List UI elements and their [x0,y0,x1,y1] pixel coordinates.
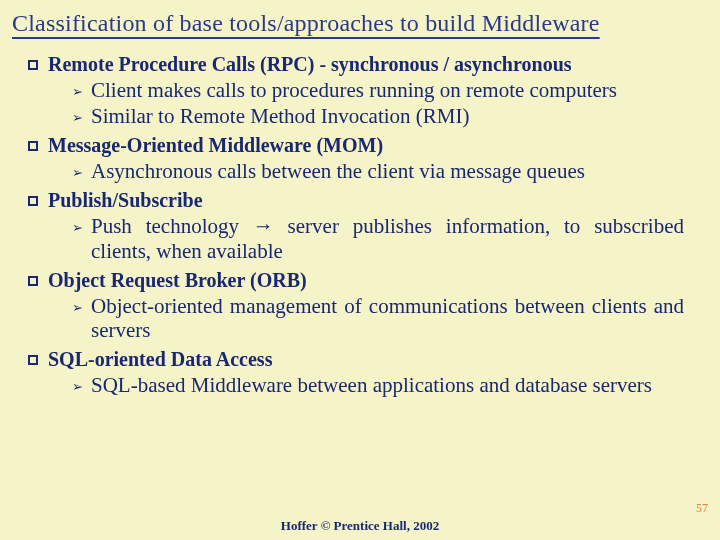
item-label: Object Request Broker (ORB) [48,269,307,292]
footer-copyright: Hoffer © Prentice Hall, 2002 [0,518,720,534]
list-item: Message-Oriented Middleware (MOM) [28,134,700,157]
chevron-icon: ➢ [72,300,83,316]
sub-item: ➢ Similar to Remote Method Invocation (R… [72,104,700,128]
chevron-icon: ➢ [72,379,83,395]
sub-item-text: Object-oriented management of communicat… [91,294,700,342]
item-label: SQL-oriented Data Access [48,348,272,371]
item-label: Message-Oriented Middleware (MOM) [48,134,383,157]
sub-item: ➢ Push technology → server publishes inf… [72,214,700,262]
sub-item-text: Push technology → server publishes infor… [91,214,700,262]
sub-item-text: SQL-based Middleware between application… [91,373,668,397]
slide-body: Remote Procedure Calls (RPC) - synchrono… [0,41,720,397]
sub-item-text: Client makes calls to procedures running… [91,78,633,102]
chevron-icon: ➢ [72,165,83,181]
item-label: Remote Procedure Calls (RPC) - synchrono… [48,53,572,76]
sub-item: ➢ Asynchronous calls between the client … [72,159,700,183]
list-item: Object Request Broker (ORB) [28,269,700,292]
square-bullet-icon [28,355,38,365]
sub-item: ➢ SQL-based Middleware between applicati… [72,373,700,397]
square-bullet-icon [28,60,38,70]
chevron-icon: ➢ [72,84,83,100]
sub-item: ➢ Client makes calls to procedures runni… [72,78,700,102]
sub-item: ➢ Object-oriented management of communic… [72,294,700,342]
sub-item-text: Similar to Remote Method Invocation (RMI… [91,104,486,128]
chevron-icon: ➢ [72,220,83,236]
square-bullet-icon [28,276,38,286]
list-item: Remote Procedure Calls (RPC) - synchrono… [28,53,700,76]
arrow-icon: → [253,214,274,237]
item-label-suffix: synchronous / asynchronous [331,53,571,75]
sub-item-text: Asynchronous calls between the client vi… [91,159,601,183]
list-item: SQL-oriented Data Access [28,348,700,371]
slide-title: Classification of base tools/approaches … [0,0,720,41]
chevron-icon: ➢ [72,110,83,126]
square-bullet-icon [28,141,38,151]
square-bullet-icon [28,196,38,206]
item-label-text: Remote Procedure Calls (RPC) - [48,53,326,75]
page-number: 57 [696,501,708,516]
list-item: Publish/Subscribe [28,189,700,212]
item-label: Publish/Subscribe [48,189,203,212]
